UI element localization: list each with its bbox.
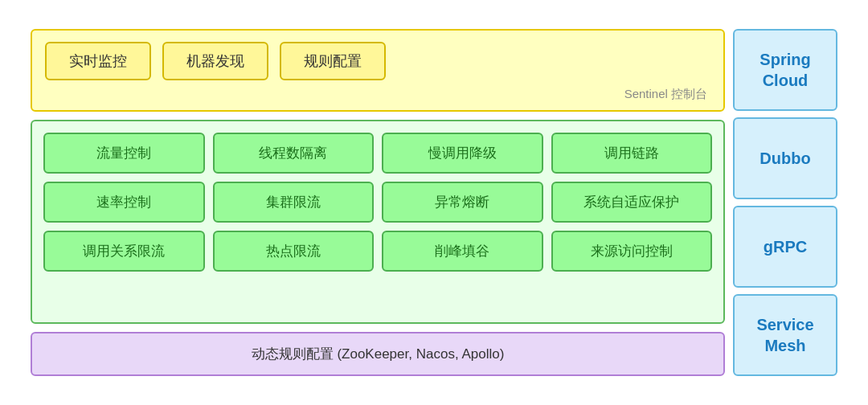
features-panel: 流量控制 线程数隔离 慢调用降级 调用链路 速率控制 集群限流 bbox=[31, 120, 725, 324]
sidebar-spring-cloud-label: SpringCloud bbox=[760, 49, 810, 91]
exception-circuit-box: 异常熔断 bbox=[382, 182, 543, 223]
rate-control-label: 速率控制 bbox=[96, 194, 151, 210]
sidebar-grpc: gRPC bbox=[733, 206, 837, 288]
adaptive-protection-box: 系统自适应保护 bbox=[551, 182, 713, 223]
dynamic-label: 动态规则配置 (ZooKeeper, Nacos, Apollo) bbox=[252, 346, 505, 362]
cluster-limit-box: 集群限流 bbox=[213, 182, 375, 223]
realtime-monitor-label: 实时监控 bbox=[69, 53, 127, 69]
source-access-control-box: 来源访问控制 bbox=[551, 231, 713, 272]
call-relation-limit-label: 调用关系限流 bbox=[83, 243, 165, 259]
hotspot-limit-box: 热点限流 bbox=[213, 231, 375, 272]
call-chain-box: 调用链路 bbox=[551, 133, 713, 174]
flow-control-label: 流量控制 bbox=[96, 145, 151, 161]
sidebar-spring-cloud: SpringCloud bbox=[733, 29, 837, 111]
sidebar-service-mesh-label: ServiceMesh bbox=[756, 314, 813, 356]
dynamic-panel: 动态规则配置 (ZooKeeper, Nacos, Apollo) bbox=[31, 332, 725, 376]
peak-fill-label: 削峰填谷 bbox=[435, 243, 489, 259]
sentinel-label: Sentinel 控制台 bbox=[45, 87, 710, 102]
features-row-1: 流量控制 线程数隔离 慢调用降级 调用链路 bbox=[43, 133, 712, 174]
main-section: 实时监控 机器发现 规则配置 Sentinel 控制台 流量控制 线程数隔离 bbox=[31, 29, 725, 376]
service-discovery-box: 机器发现 bbox=[162, 42, 268, 80]
sidebar-grpc-label: gRPC bbox=[764, 236, 807, 257]
realtime-monitor-box: 实时监控 bbox=[45, 42, 151, 80]
cluster-limit-label: 集群限流 bbox=[266, 194, 321, 210]
sidebar-dubbo-label: Dubbo bbox=[760, 148, 810, 169]
sidebar-service-mesh: ServiceMesh bbox=[733, 294, 837, 376]
features-row-2: 速率控制 集群限流 异常熔断 系统自适应保护 bbox=[43, 182, 712, 223]
service-discovery-label: 机器发现 bbox=[186, 53, 244, 69]
sidebar-dubbo: Dubbo bbox=[733, 117, 837, 199]
rule-config-box: 规则配置 bbox=[280, 42, 386, 80]
source-access-control-label: 来源访问控制 bbox=[591, 243, 673, 259]
flow-control-box: 流量控制 bbox=[43, 133, 205, 174]
slow-call-degradation-label: 慢调用降级 bbox=[428, 145, 497, 161]
main-container: 实时监控 机器发现 规则配置 Sentinel 控制台 流量控制 线程数隔离 bbox=[16, 14, 852, 391]
sidebar: SpringCloud Dubbo gRPC ServiceMesh bbox=[733, 29, 837, 376]
thread-isolation-label: 线程数隔离 bbox=[259, 145, 327, 161]
sentinel-panel: 实时监控 机器发现 规则配置 Sentinel 控制台 bbox=[31, 29, 725, 112]
rate-control-box: 速率控制 bbox=[43, 182, 205, 223]
adaptive-protection-label: 系统自适应保护 bbox=[583, 194, 679, 210]
peak-fill-box: 削峰填谷 bbox=[382, 231, 543, 272]
slow-call-degradation-box: 慢调用降级 bbox=[382, 133, 543, 174]
call-relation-limit-box: 调用关系限流 bbox=[43, 231, 205, 272]
features-row-3: 调用关系限流 热点限流 削峰填谷 来源访问控制 bbox=[43, 231, 712, 272]
thread-isolation-box: 线程数隔离 bbox=[213, 133, 375, 174]
sentinel-controls: 实时监控 机器发现 规则配置 bbox=[45, 42, 710, 80]
call-chain-label: 调用链路 bbox=[604, 145, 659, 161]
exception-circuit-label: 异常熔断 bbox=[435, 194, 489, 210]
hotspot-limit-label: 热点限流 bbox=[266, 243, 321, 259]
rule-config-label: 规则配置 bbox=[304, 53, 362, 69]
